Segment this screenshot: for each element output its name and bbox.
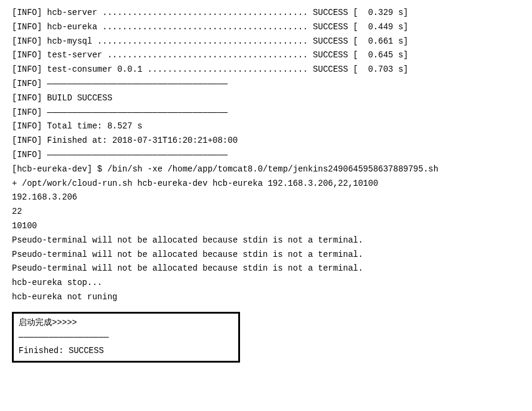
log-line: [INFO] Finished at: 2018-07-31T16:20:21+… xyxy=(12,134,520,148)
log-line: [INFO] —————————————————————————————————… xyxy=(12,77,520,91)
log-line: [INFO] —————————————————————————————————… xyxy=(12,106,520,120)
log-line: [INFO] —————————————————————————————————… xyxy=(12,148,520,162)
log-line: 22 xyxy=(12,205,520,219)
log-line: Pseudo-terminal will not be allocated be… xyxy=(12,262,520,276)
final-status-box: 启动完成>>>>> —————————————————— Finished: S… xyxy=(12,312,240,363)
log-line: [INFO] test-consumer 0.0.1 .............… xyxy=(12,63,520,77)
log-line: 10100 xyxy=(12,219,520,234)
log-line: [INFO] Total time: 8.527 s xyxy=(12,119,520,134)
console-output: [INFO] hcb-server ......................… xyxy=(12,6,520,305)
log-line: Pseudo-terminal will not be allocated be… xyxy=(12,234,520,248)
log-line: + /opt/work/cloud-run.sh hcb-eureka-dev … xyxy=(12,177,520,191)
log-line: [INFO] test-server .....................… xyxy=(12,48,520,63)
log-line: [INFO] hcb-mysql .......................… xyxy=(12,35,520,49)
log-line: [hcb-eureka-dev] $ /bin/sh -xe /home/app… xyxy=(12,162,520,177)
log-line: 192.168.3.206 xyxy=(12,191,520,205)
startup-complete-line: 启动完成>>>>> xyxy=(19,316,233,330)
finished-status-line: Finished: SUCCESS xyxy=(19,344,233,358)
divider-line: —————————————————— xyxy=(19,330,233,345)
log-line: hcb-eureka stop... xyxy=(12,276,520,290)
log-line: [INFO] hcb-server ......................… xyxy=(12,6,520,20)
log-line: [INFO] BUILD SUCCESS xyxy=(12,91,520,106)
log-line: hcb-eureka not runing xyxy=(12,290,520,305)
log-line: [INFO] hcb-eureka ......................… xyxy=(12,20,520,35)
log-line: Pseudo-terminal will not be allocated be… xyxy=(12,248,520,262)
